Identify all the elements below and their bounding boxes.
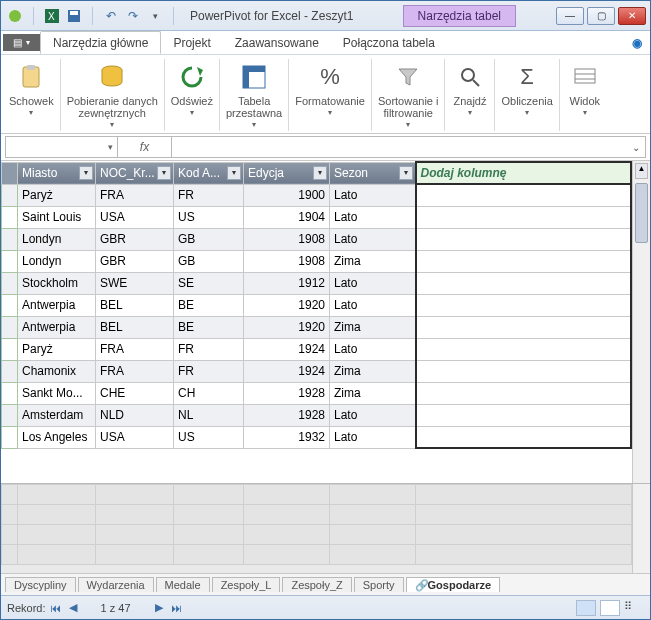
row-header[interactable]: [2, 404, 18, 426]
other-view-button[interactable]: ⠿: [624, 600, 644, 616]
cell-sezon[interactable]: Zima: [330, 360, 416, 382]
calc-scrollbar[interactable]: [632, 484, 650, 573]
ribbon-sort-filter[interactable]: Sortowanie i filtrowanie ▾: [372, 59, 446, 131]
row-header[interactable]: [2, 316, 18, 338]
cell-miasto[interactable]: Saint Louis: [18, 206, 96, 228]
col-kod[interactable]: Kod A...▾: [174, 162, 244, 184]
col-edycja[interactable]: Edycja▾: [244, 162, 330, 184]
cell-miasto[interactable]: Antwerpia: [18, 316, 96, 338]
cell-addcol[interactable]: [416, 184, 632, 206]
cell-noc[interactable]: GBR: [96, 228, 174, 250]
cell-kod[interactable]: BE: [174, 294, 244, 316]
row-header[interactable]: [2, 382, 18, 404]
table-row[interactable]: Chamonix FRA FR 1924 Zima: [2, 360, 632, 382]
cell-noc[interactable]: NLD: [96, 404, 174, 426]
sheet-tab-zespoły_z[interactable]: Zespoły_Z: [282, 577, 351, 592]
tab-projekt[interactable]: Projekt: [161, 31, 222, 54]
formula-input[interactable]: [172, 137, 627, 157]
ribbon-pivot-table[interactable]: Tabela przestawna ▾: [220, 59, 289, 131]
name-box[interactable]: ▾: [6, 137, 118, 157]
tab-advanced[interactable]: Zaawansowane: [223, 31, 331, 54]
cell-sezon[interactable]: Lato: [330, 184, 416, 206]
cell-miasto[interactable]: Paryż: [18, 184, 96, 206]
row-header[interactable]: [2, 426, 18, 448]
cell-kod[interactable]: BE: [174, 316, 244, 338]
cell-edycja[interactable]: 1912: [244, 272, 330, 294]
cell-noc[interactable]: CHE: [96, 382, 174, 404]
cell-noc[interactable]: SWE: [96, 272, 174, 294]
cell-kod[interactable]: GB: [174, 228, 244, 250]
cell-miasto[interactable]: Antwerpia: [18, 294, 96, 316]
ribbon-view[interactable]: Widok ▾: [560, 59, 610, 131]
ribbon-calculations[interactable]: Σ Obliczenia ▾: [495, 59, 559, 131]
row-header[interactable]: [2, 272, 18, 294]
ribbon-refresh[interactable]: Odśwież ▾: [165, 59, 220, 131]
sheet-tab-wydarzenia[interactable]: Wydarzenia: [78, 577, 154, 592]
cell-addcol[interactable]: [416, 426, 632, 448]
row-header[interactable]: [2, 360, 18, 382]
help-icon[interactable]: ◉: [632, 36, 642, 50]
row-header[interactable]: [2, 250, 18, 272]
row-header[interactable]: [2, 338, 18, 360]
cell-edycja[interactable]: 1920: [244, 316, 330, 338]
cell-kod[interactable]: FR: [174, 184, 244, 206]
cell-sezon[interactable]: Lato: [330, 338, 416, 360]
cell-kod[interactable]: FR: [174, 338, 244, 360]
cell-addcol[interactable]: [416, 316, 632, 338]
cell-addcol[interactable]: [416, 228, 632, 250]
cell-kod[interactable]: FR: [174, 360, 244, 382]
file-menu[interactable]: ▤▾: [3, 34, 40, 51]
table-row[interactable]: Londyn GBR GB 1908 Lato: [2, 228, 632, 250]
diagram-view-button[interactable]: [600, 600, 620, 616]
cell-sezon[interactable]: Lato: [330, 228, 416, 250]
scroll-up-icon[interactable]: ▲: [635, 163, 648, 179]
cell-noc[interactable]: FRA: [96, 184, 174, 206]
cell-miasto[interactable]: Londyn: [18, 250, 96, 272]
sheet-tab-zespoły_l[interactable]: Zespoły_L: [212, 577, 281, 592]
cell-addcol[interactable]: [416, 206, 632, 228]
add-column-header[interactable]: Dodaj kolumnę: [416, 162, 632, 184]
cell-kod[interactable]: US: [174, 426, 244, 448]
expand-formula-icon[interactable]: ⌄: [627, 142, 645, 153]
context-tab[interactable]: Narzędzia tabel: [403, 5, 516, 27]
cell-miasto[interactable]: Stockholm: [18, 272, 96, 294]
undo-icon[interactable]: ↶: [103, 8, 119, 24]
data-grid[interactable]: Miasto▾ NOC_Kr...▾ Kod A...▾ Edycja▾ Sez…: [1, 161, 632, 483]
cell-edycja[interactable]: 1928: [244, 382, 330, 404]
sheet-tab-medale[interactable]: Medale: [156, 577, 210, 592]
table-row[interactable]: Sankt Mo... CHE CH 1928 Zima: [2, 382, 632, 404]
cell-noc[interactable]: FRA: [96, 360, 174, 382]
cell-kod[interactable]: CH: [174, 382, 244, 404]
table-row[interactable]: Antwerpia BEL BE 1920 Lato: [2, 294, 632, 316]
ribbon-clipboard[interactable]: Schowek ▾: [3, 59, 61, 131]
excel-icon[interactable]: X: [44, 8, 60, 24]
qat-more-icon[interactable]: ▾: [147, 8, 163, 24]
table-row[interactable]: Saint Louis USA US 1904 Lato: [2, 206, 632, 228]
cell-edycja[interactable]: 1920: [244, 294, 330, 316]
cell-edycja[interactable]: 1908: [244, 250, 330, 272]
calc-grid[interactable]: [1, 484, 632, 573]
cell-miasto[interactable]: Londyn: [18, 228, 96, 250]
table-row[interactable]: Los Angeles USA US 1932 Lato: [2, 426, 632, 448]
cell-sezon[interactable]: Lato: [330, 404, 416, 426]
cell-sezon[interactable]: Lato: [330, 206, 416, 228]
table-row[interactable]: Amsterdam NLD NL 1928 Lato: [2, 404, 632, 426]
cell-edycja[interactable]: 1928: [244, 404, 330, 426]
cell-addcol[interactable]: [416, 338, 632, 360]
col-sezon[interactable]: Sezon▾: [330, 162, 416, 184]
cell-edycja[interactable]: 1924: [244, 338, 330, 360]
sheet-tab-dyscypliny[interactable]: Dyscypliny: [5, 577, 76, 592]
tab-linked-table[interactable]: Połączona tabela: [331, 31, 447, 54]
row-header[interactable]: [2, 184, 18, 206]
redo-icon[interactable]: ↷: [125, 8, 141, 24]
cell-sezon[interactable]: Zima: [330, 316, 416, 338]
cell-kod[interactable]: SE: [174, 272, 244, 294]
cell-noc[interactable]: USA: [96, 206, 174, 228]
cell-addcol[interactable]: [416, 404, 632, 426]
cell-addcol[interactable]: [416, 294, 632, 316]
cell-miasto[interactable]: Sankt Mo...: [18, 382, 96, 404]
grid-view-button[interactable]: [576, 600, 596, 616]
fx-label[interactable]: fx: [118, 137, 172, 157]
cell-kod[interactable]: GB: [174, 250, 244, 272]
cell-sezon[interactable]: Lato: [330, 426, 416, 448]
